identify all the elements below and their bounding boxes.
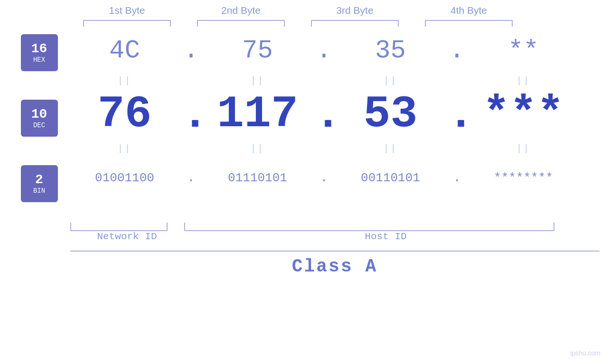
bin-badge-spacer: 2 BIN: [11, 160, 68, 207]
page-container: 1st Byte 2nd Byte 3rd Byte 4th Byte: [0, 0, 610, 364]
byte2-header: 2nd Byte: [184, 5, 298, 16]
dec-row: 76 . 117 . 53 .: [68, 90, 600, 140]
hex-val-4: **: [508, 36, 539, 65]
bin-row: 01001100 . 01110101 . 00110101: [68, 158, 600, 198]
bin-badge: 2 BIN: [21, 165, 58, 202]
sep2-bars-1: ||: [117, 143, 131, 154]
dec-b4: ***: [467, 92, 581, 137]
bin-val-2: 01110101: [228, 171, 287, 185]
badge-column: 16 HEX 10 DEC 2 BIN: [11, 29, 68, 207]
dec-val-4: ***: [483, 89, 564, 140]
watermark: ipshu.com: [570, 349, 601, 357]
sep-2-b3: ||: [334, 143, 448, 154]
bin-dot-1: .: [182, 171, 201, 185]
sep2-bars-3: ||: [383, 143, 397, 154]
dec-val-1: 76: [97, 89, 151, 140]
bin-dot-icon-1: .: [188, 171, 195, 185]
sep-2-b1: ||: [68, 143, 182, 154]
bin-badge-number: 2: [35, 173, 43, 187]
hex-val-1: 4C: [109, 36, 140, 65]
bin-val-4: ********: [494, 171, 553, 185]
sep2-bars-4: ||: [516, 143, 530, 154]
sep-2-b4: ||: [467, 143, 581, 154]
top-bracket-3: [311, 20, 399, 27]
dec-val-2: 117: [217, 89, 298, 140]
sep-bars-4: ||: [516, 75, 530, 86]
hex-dot-icon-3: .: [449, 36, 464, 65]
col-header-3: 3rd Byte: [298, 5, 412, 27]
hex-dot-2: .: [315, 36, 334, 65]
dec-dot-1: .: [182, 89, 201, 140]
hex-b1: 4C: [68, 36, 182, 65]
hex-b4: **: [467, 36, 581, 65]
dec-badge-label: DEC: [33, 121, 45, 129]
bin-dot-3: .: [448, 171, 467, 185]
hex-b2: 75: [201, 36, 315, 65]
bin-dot-2: .: [315, 171, 334, 185]
bin-dot-icon-3: .: [453, 171, 461, 185]
bin-badge-label: BIN: [33, 187, 45, 195]
column-headers: 1st Byte 2nd Byte 3rd Byte 4th Byte: [70, 5, 600, 27]
network-bottom-bracket: [70, 223, 168, 231]
bin-val-1: 01001100: [95, 171, 154, 185]
top-bracket-4: [425, 20, 513, 27]
class-label: Class A: [70, 256, 600, 277]
badge-gap-1: [11, 76, 68, 94]
bin-b1: 01001100: [68, 171, 182, 185]
hex-row: 4C . 75 . 35 .: [68, 29, 600, 72]
data-rows: 16 HEX 10 DEC 2 BIN: [11, 29, 600, 207]
sep-1-b2: ||: [201, 75, 315, 86]
sep-1-b3: ||: [334, 75, 448, 86]
hex-dot-icon-2: .: [316, 36, 331, 65]
hex-badge: 16 HEX: [21, 34, 58, 71]
host-bottom-bracket: [184, 223, 554, 231]
dec-b3: 53: [334, 92, 448, 137]
hex-badge-number: 16: [31, 42, 47, 56]
col-header-4: 4th Byte: [412, 5, 526, 27]
host-id-label: Host ID: [201, 231, 571, 242]
hex-dot-icon-1: .: [183, 36, 198, 65]
hex-val-3: 35: [375, 36, 406, 65]
dec-dot-3: .: [448, 89, 467, 140]
top-bracket-2: [197, 20, 285, 27]
network-id-label: Network ID: [70, 231, 184, 242]
hex-dot-1: .: [182, 36, 201, 65]
bin-b4: ********: [467, 171, 581, 185]
bin-b2: 01110101: [201, 171, 315, 185]
sep-1-b1: ||: [68, 75, 182, 86]
main-inner: 1st Byte 2nd Byte 3rd Byte 4th Byte: [11, 5, 600, 277]
bin-val-3: 00110101: [361, 171, 420, 185]
dec-dot-2: .: [315, 89, 334, 140]
dec-b1: 76: [68, 92, 182, 137]
byte3-header: 3rd Byte: [298, 5, 412, 16]
class-section: Class A: [70, 251, 600, 277]
col-header-1: 1st Byte: [70, 5, 184, 27]
sep2-bars-2: ||: [250, 143, 264, 154]
id-labels: Network ID Host ID: [70, 231, 600, 242]
data-values-area: 4C . 75 . 35 .: [68, 29, 600, 207]
badge-gap-2: [11, 142, 68, 160]
hex-badge-label: HEX: [33, 56, 45, 64]
class-bar-line: [70, 251, 600, 252]
sep-row-2: || || || ||: [68, 140, 600, 158]
sep-bars-1: ||: [117, 75, 131, 86]
hex-b3: 35: [334, 36, 448, 65]
dec-b2: 117: [201, 92, 315, 137]
hex-dot-3: .: [448, 36, 467, 65]
dec-badge: 10 DEC: [21, 100, 58, 137]
bottom-brackets: [70, 207, 600, 231]
dec-badge-number: 10: [31, 107, 47, 122]
hex-val-2: 75: [242, 36, 273, 65]
byte4-header: 4th Byte: [412, 5, 526, 16]
bin-dot-icon-2: .: [320, 171, 328, 185]
dec-badge-spacer: 10 DEC: [11, 94, 68, 142]
sep-row-1: || || || ||: [68, 72, 600, 90]
byte1-header: 1st Byte: [70, 5, 184, 16]
col-header-2: 2nd Byte: [184, 5, 298, 27]
bin-b3: 00110101: [334, 171, 448, 185]
sep-1-b4: ||: [467, 75, 581, 86]
sep-bars-3: ||: [383, 75, 397, 86]
dec-val-3: 53: [363, 89, 417, 140]
top-bracket-1: [83, 20, 171, 27]
hex-badge-spacer: 16 HEX: [11, 29, 68, 76]
